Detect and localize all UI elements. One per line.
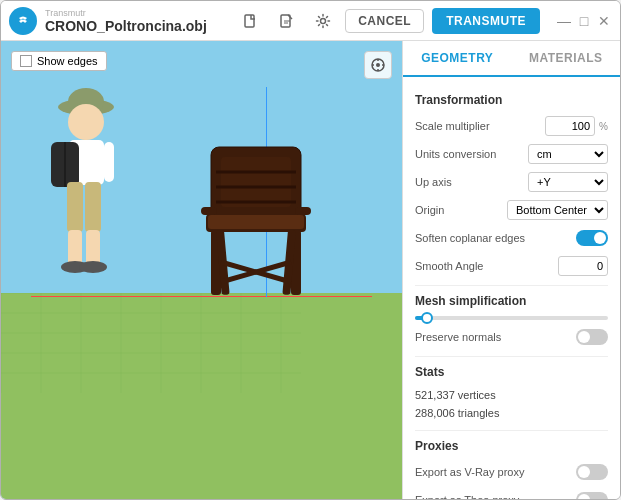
transmute-button[interactable]: TRANSMUTE	[432, 8, 540, 34]
stats-triangles: 288,006 triangles	[415, 405, 608, 423]
soften-coplanar-row: Soften coplanar edges	[415, 227, 608, 249]
show-edges-label: Show edges	[37, 55, 98, 67]
smooth-angle-input[interactable]	[558, 256, 608, 276]
scale-multiplier-value: %	[545, 116, 608, 136]
preserve-normals-row: Preserve normals	[415, 326, 608, 348]
settings-icon-btn[interactable]	[309, 7, 337, 35]
svg-point-5	[321, 18, 326, 23]
soften-coplanar-label: Soften coplanar edges	[415, 232, 576, 244]
title-bar: Transmutr CRONO_Poltroncina.obj	[1, 1, 620, 41]
soften-coplanar-knob	[594, 232, 606, 244]
person-figure	[31, 82, 161, 302]
svg-rect-1	[245, 15, 254, 27]
mesh-slider-row	[415, 316, 608, 320]
svg-rect-35	[221, 157, 291, 207]
cancel-button[interactable]: CANCEL	[345, 9, 424, 33]
preserve-normals-knob	[578, 331, 590, 343]
preserve-normals-toggle[interactable]	[576, 329, 608, 345]
svg-rect-31	[86, 230, 100, 265]
export-thea-toggle[interactable]	[576, 492, 608, 499]
minimize-button[interactable]: —	[556, 13, 572, 29]
export-thea-label: Export as Thea proxy	[415, 494, 576, 499]
file-title: CRONO_Poltroncina.obj	[45, 18, 207, 34]
mesh-simplification-title: Mesh simplification	[415, 294, 608, 308]
divider-1	[415, 285, 608, 286]
svg-point-50	[376, 63, 380, 67]
svg-rect-47	[201, 207, 217, 215]
svg-point-23	[68, 104, 104, 140]
svg-rect-40	[208, 215, 304, 229]
smooth-angle-label: Smooth Angle	[415, 260, 558, 272]
right-panel: GEOMETRY MATERIALS Transformation Scale …	[402, 41, 620, 499]
title-bar-left: Transmutr CRONO_Poltroncina.obj	[9, 7, 237, 35]
reset-view-icon	[370, 57, 386, 73]
tab-materials[interactable]: MATERIALS	[512, 41, 621, 75]
export-vray-knob	[578, 466, 590, 478]
transformation-title: Transformation	[415, 93, 608, 107]
file-icon-btn[interactable]	[237, 7, 265, 35]
proxies-title: Proxies	[415, 439, 608, 453]
window-controls: — □ ✕	[556, 13, 612, 29]
units-conversion-select[interactable]: cm m mm in	[528, 144, 608, 164]
units-conversion-label: Units conversion	[415, 148, 528, 160]
title-bar-actions: CANCEL TRANSMUTE — □ ✕	[237, 7, 612, 35]
up-axis-label: Up axis	[415, 176, 528, 188]
stats-title: Stats	[415, 365, 608, 379]
origin-label: Origin	[415, 204, 507, 216]
svg-rect-29	[85, 182, 101, 232]
mesh-simplification-slider[interactable]	[415, 316, 608, 320]
scale-multiplier-label: Scale multiplier	[415, 120, 545, 132]
tab-geometry[interactable]: GEOMETRY	[403, 41, 512, 77]
svg-rect-28	[67, 182, 83, 232]
up-axis-row: Up axis +Y +Z -Y -Z	[415, 171, 608, 193]
main-content: Show edges GEOMETRY MATERIALS	[1, 41, 620, 499]
smooth-angle-row: Smooth Angle	[415, 255, 608, 277]
viewport-grid	[1, 293, 301, 499]
preserve-normals-label: Preserve normals	[415, 331, 576, 343]
origin-select[interactable]: Bottom Center Center Original	[507, 200, 608, 220]
scale-multiplier-input[interactable]	[545, 116, 595, 136]
file2-icon-btn[interactable]	[273, 7, 301, 35]
show-edges-button[interactable]: Show edges	[11, 51, 107, 71]
panel-content: Transformation Scale multiplier % Units …	[403, 77, 620, 499]
origin-row: Origin Bottom Center Center Original	[415, 199, 608, 221]
viewport[interactable]: Show edges	[1, 41, 402, 499]
app-logo	[9, 7, 37, 35]
divider-2	[415, 356, 608, 357]
divider-3	[415, 430, 608, 431]
reset-view-button[interactable]	[364, 51, 392, 79]
scale-multiplier-row: Scale multiplier %	[415, 115, 608, 137]
svg-rect-27	[104, 142, 114, 182]
up-axis-select[interactable]: +Y +Z -Y -Z	[528, 172, 608, 192]
close-button[interactable]: ✕	[596, 13, 612, 29]
export-thea-row: Export as Thea proxy	[415, 489, 608, 499]
export-vray-toggle[interactable]	[576, 464, 608, 480]
svg-rect-30	[68, 230, 82, 265]
scale-multiplier-unit: %	[599, 121, 608, 132]
mesh-slider-thumb	[421, 312, 433, 324]
maximize-button[interactable]: □	[576, 13, 592, 29]
export-thea-knob	[578, 494, 590, 499]
app-name: Transmutr	[45, 8, 207, 18]
svg-rect-48	[295, 207, 311, 215]
export-vray-row: Export as V-Ray proxy	[415, 461, 608, 483]
stats-vertices: 521,337 vertices	[415, 387, 608, 405]
export-vray-label: Export as V-Ray proxy	[415, 466, 576, 478]
chair-figure	[196, 142, 316, 302]
svg-point-33	[79, 261, 107, 273]
units-conversion-row: Units conversion cm m mm in	[415, 143, 608, 165]
show-edges-checkbox[interactable]	[20, 55, 32, 67]
tabs: GEOMETRY MATERIALS	[403, 41, 620, 77]
soften-coplanar-toggle[interactable]	[576, 230, 608, 246]
